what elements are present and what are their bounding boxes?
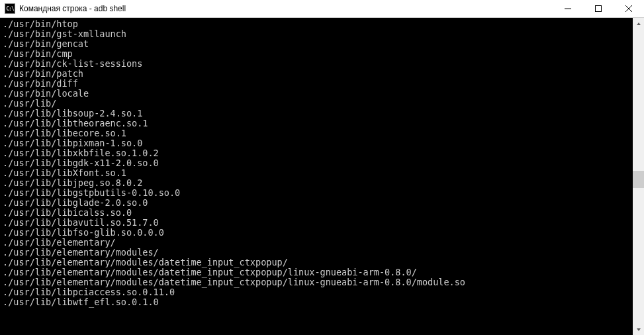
terminal-line: ./usr/lib/libgdk-x11-2.0.so.0 — [3, 158, 633, 168]
vertical-scrollbar[interactable] — [633, 18, 644, 335]
terminal-line: ./usr/bin/locale — [3, 89, 633, 99]
scrollbar-up-button[interactable] — [633, 18, 644, 29]
scrollbar-down-button[interactable] — [633, 324, 644, 335]
close-button[interactable] — [614, 0, 644, 17]
minimize-icon — [565, 5, 571, 12]
app-icon: C:\ — [5, 3, 15, 14]
window-title: Командная строка - adb shell — [19, 4, 553, 13]
terminal-line: ./usr/bin/cmp — [3, 49, 633, 59]
terminal-line: ./usr/lib/libwtf_efl.so.0.1.0 — [3, 297, 633, 307]
minimize-button[interactable] — [553, 0, 583, 17]
terminal-line: ./usr/lib/libjpeg.so.8.0.2 — [3, 178, 633, 188]
terminal-line: ./usr/lib/libxkbfile.so.1.0.2 — [3, 148, 633, 158]
svg-marker-5 — [637, 328, 641, 331]
window: C:\ Командная строка - adb shell ./usr/b… — [0, 0, 644, 335]
terminal-line: ./usr/lib/elementary/ — [3, 238, 633, 248]
close-icon — [625, 5, 632, 12]
terminal-line: ./usr/lib/elementary/modules/ — [3, 248, 633, 258]
terminal-line: ./usr/bin/htop — [3, 19, 633, 29]
terminal-line: ./usr/lib/libgstpbutils-0.10.so.0 — [3, 188, 633, 198]
terminal-line: ./usr/lib/libpixman-1.so.0 — [3, 138, 633, 148]
terminal-line: ./usr/bin/gencat — [3, 39, 633, 49]
terminal-line: ./usr/bin/patch — [3, 69, 633, 79]
terminal-line: ./usr/lib/libfso-glib.so.0.0.0 — [3, 228, 633, 238]
terminal-line: ./usr/lib/libglade-2.0.so.0 — [3, 198, 633, 208]
terminal-line: ./usr/lib/libecore.so.1 — [3, 128, 633, 138]
maximize-button[interactable] — [583, 0, 614, 17]
terminal-output[interactable]: ./usr/bin/htop./usr/bin/gst-xmllaunch./u… — [0, 18, 633, 335]
terminal-line: ./usr/lib/libtheoraenc.so.1 — [3, 119, 633, 128]
terminal-line: ./usr/lib/libavutil.so.51.7.0 — [3, 218, 633, 228]
client-area: ./usr/bin/htop./usr/bin/gst-xmllaunch./u… — [0, 18, 644, 335]
terminal-line: ./usr/bin/gst-xmllaunch — [3, 29, 633, 39]
svg-rect-1 — [596, 6, 602, 12]
terminal-line: ./usr/lib/libsoup-2.4.so.1 — [3, 109, 633, 119]
scrollbar-track[interactable] — [633, 29, 644, 324]
window-controls — [553, 0, 644, 17]
chevron-up-icon — [636, 21, 641, 26]
scrollbar-thumb[interactable] — [633, 171, 644, 189]
terminal-line: ./usr/lib/libXfont.so.1 — [3, 168, 633, 178]
terminal-line: ./usr/lib/elementary/modules/datetime_in… — [3, 267, 633, 277]
titlebar[interactable]: C:\ Командная строка - adb shell — [0, 0, 644, 18]
terminal-line: ./usr/lib/elementary/modules/datetime_in… — [3, 258, 633, 267]
chevron-down-icon — [636, 327, 641, 332]
terminal-line: ./usr/lib/libpciaccess.so.0.11.0 — [3, 287, 633, 297]
terminal-line: ./usr/bin/ck-list-sessions — [3, 59, 633, 69]
terminal-line: ./usr/lib/ — [3, 99, 633, 109]
terminal-line: ./usr/bin/diff — [3, 79, 633, 89]
terminal-line: ./usr/lib/libicalss.so.0 — [3, 208, 633, 218]
maximize-icon — [595, 5, 602, 12]
terminal-line: ./usr/lib/elementary/modules/datetime_in… — [3, 277, 633, 287]
svg-marker-4 — [637, 23, 641, 25]
